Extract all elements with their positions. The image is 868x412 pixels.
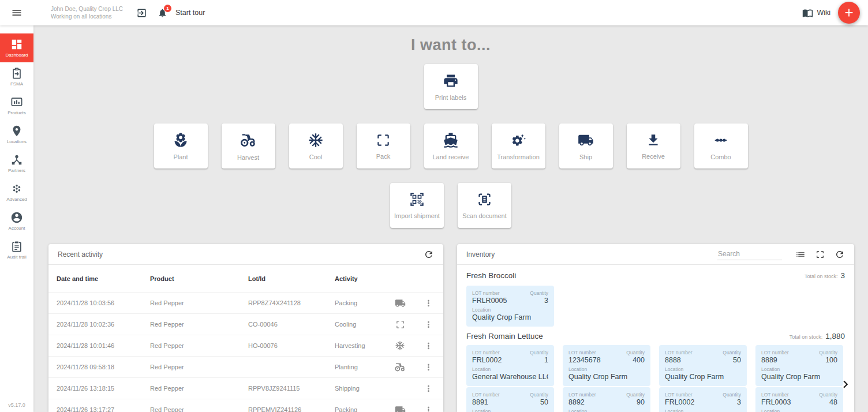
lot-card[interactable]: LOT number Quantity 8891 50 Location (466, 387, 554, 412)
pack-card[interactable]: Pack (357, 123, 410, 168)
action-label: Ship (579, 153, 592, 160)
search-input[interactable] (717, 248, 782, 260)
sidebar-item-advanced[interactable]: Advanced (0, 178, 33, 207)
print-labels-card[interactable]: Print labels (424, 64, 478, 109)
table-row: 2024/11/26 13:17:27 Red Pepper RPPEMVIZ2… (48, 399, 443, 412)
lot-card[interactable]: LOT number Quantity 8888 50 Location Qua… (659, 345, 747, 386)
table-row: 2024/11/28 10:03:56 Red Pepper RPP8Z74X2… (48, 292, 443, 313)
location-value: Quality Crop Farm (568, 373, 645, 381)
truck-icon[interactable] (395, 404, 406, 412)
quantity-value: 3 (544, 297, 548, 305)
quantity-value: 400 (633, 356, 645, 364)
lot-number-value: 12345678 (568, 356, 601, 364)
expand-button[interactable] (815, 250, 825, 259)
lot-number-value: 8892 (568, 398, 585, 406)
receive-card[interactable]: Receive (627, 123, 680, 168)
refresh-icon (424, 249, 434, 260)
lot-card-list: LOT number Quantity FRL0002 1 Location G… (466, 345, 845, 412)
transformation-card[interactable]: Transformation (492, 123, 545, 168)
lot-card-list: LOT number Quantity FRLR0005 3 Location … (466, 286, 845, 327)
sidebar-item-label: Audit trail (7, 254, 26, 260)
refresh-button[interactable] (835, 249, 845, 260)
hamburger-icon (11, 7, 23, 18)
sidebar-item-label: Products (8, 110, 26, 115)
quantity-value: 90 (637, 398, 645, 406)
row-menu-button[interactable] (421, 320, 435, 329)
notifications-button[interactable]: 1 (158, 8, 167, 18)
quantity-label: Quantity (530, 290, 548, 296)
lot-number-label: LOT number (761, 392, 789, 398)
sidebar-item-label: Advanced (6, 197, 27, 202)
lot-card[interactable]: LOT number Quantity FRL0002 3 Location (659, 387, 747, 412)
row-menu-button[interactable] (421, 341, 435, 351)
lot-card[interactable]: LOT number Quantity 12345678 400 Locatio… (563, 345, 650, 386)
location-label: Location (472, 307, 548, 313)
page-title: I want to... (33, 36, 868, 54)
sidebar-item-partners[interactable]: Partners (0, 149, 33, 178)
lot-number-label: LOT number (665, 392, 693, 398)
lot-number-value: FRL0002 (665, 398, 694, 406)
action-label: Import shipment (394, 212, 440, 219)
lot-number-label: LOT number (568, 392, 596, 398)
location-value: General Warehouse LLC (472, 373, 548, 381)
total-on-stock-label: Total on stock: (805, 274, 838, 279)
column-product: Product (150, 275, 248, 282)
lot-card[interactable]: LOT number Quantity 8889 100 Location Qu… (755, 345, 843, 386)
import-shipment-card[interactable]: Import shipment (390, 183, 444, 228)
menu-button[interactable] (0, 0, 33, 25)
topbar: John Doe, Quality Crop LLC Working on al… (0, 0, 868, 25)
quantity-label: Quantity (530, 350, 548, 355)
land-receive-card[interactable]: Land receive (424, 123, 478, 168)
truck-icon[interactable] (395, 298, 406, 309)
harvest-card[interactable]: Harvest (222, 123, 275, 168)
scroll-right-button[interactable] (838, 377, 853, 392)
lot-number-label: LOT number (568, 350, 596, 355)
plant-card[interactable]: Plant (154, 123, 208, 168)
document-scan-icon (477, 192, 492, 207)
sidebar-item-audit-trail[interactable]: Audit trail (0, 235, 33, 264)
tractor-icon (240, 132, 257, 149)
wiki-link[interactable]: Wiki (802, 8, 830, 18)
sidebar-item-dashboard[interactable]: Dashboard (0, 33, 33, 62)
quantity-label: Quantity (626, 392, 645, 398)
combo-card[interactable]: Combo (694, 123, 748, 168)
location-value: Quality Crop Farm (665, 373, 741, 381)
ship-card[interactable]: Ship (559, 123, 613, 168)
switch-location-button[interactable] (136, 8, 147, 18)
row-menu-button[interactable] (421, 405, 435, 412)
kebab-icon (424, 362, 433, 372)
inventory-group-header: Fresh Broccoli Total on stock: 3 (466, 265, 845, 286)
action-label: Scan document (462, 212, 506, 219)
kebab-icon (424, 384, 433, 394)
refresh-button[interactable] (424, 249, 434, 260)
lot-number-label: LOT number (665, 350, 693, 355)
location-value: Quality Crop Farm (761, 373, 837, 381)
sidebar-item-account[interactable]: Account (0, 207, 33, 235)
start-tour-link[interactable]: Start tour (175, 9, 205, 17)
corner-brackets-icon[interactable] (395, 320, 405, 329)
quantity-value: 50 (733, 356, 741, 364)
sidebar-item-locations[interactable]: Locations (0, 120, 33, 149)
lot-card[interactable]: LOT number Quantity FRLR0005 3 Location … (466, 286, 554, 327)
lot-card[interactable]: LOT number Quantity FRL0003 48 Location (755, 387, 843, 412)
add-button[interactable] (838, 2, 860, 24)
fullscreen-icon (815, 250, 825, 259)
location-label: Location (568, 409, 645, 412)
row-menu-button[interactable] (421, 362, 435, 372)
scan-document-card[interactable]: Scan document (458, 183, 511, 228)
tractor-icon[interactable] (394, 361, 406, 373)
lot-card[interactable]: LOT number Quantity FRL0002 1 Location G… (466, 345, 554, 386)
sidebar-item-products[interactable]: Products (0, 91, 33, 120)
snowflake-icon[interactable] (395, 340, 405, 351)
inventory-panel: Inventory Fresh Broccoli Total on stock:… (457, 244, 854, 412)
row-menu-button[interactable] (421, 384, 435, 394)
sidebar-item-fsma[interactable]: FSMA (0, 62, 33, 91)
lot-card[interactable]: LOT number Quantity 8892 90 Location (563, 387, 650, 412)
row-menu-button[interactable] (421, 298, 435, 308)
cool-card[interactable]: Cool (289, 123, 343, 168)
user-info: John Doe, Quality Crop LLC Working on al… (51, 5, 126, 20)
quantity-value: 1 (544, 356, 548, 364)
list-view-button[interactable] (795, 249, 806, 260)
quantity-label: Quantity (626, 350, 645, 355)
location-value: Quality Crop Farm (472, 313, 548, 321)
